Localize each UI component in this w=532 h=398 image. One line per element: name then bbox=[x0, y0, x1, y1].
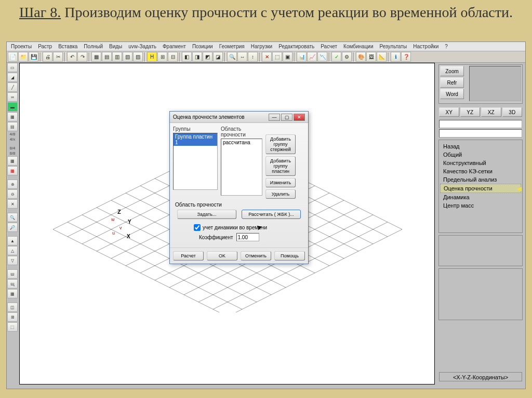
menu-item[interactable]: Проекты bbox=[9, 43, 34, 50]
list-item[interactable]: Группа пластин 1 bbox=[174, 133, 217, 146]
toolbar-icon[interactable]: 🖨 bbox=[43, 52, 52, 62]
menu-item[interactable]: Полный bbox=[82, 43, 105, 50]
edit-button[interactable]: Изменить bbox=[265, 178, 296, 187]
menu-item[interactable]: Нагрузки bbox=[249, 43, 274, 50]
toolbar-icon[interactable]: ✓ bbox=[331, 52, 341, 62]
toolbar-icon[interactable]: ▥ bbox=[112, 52, 122, 62]
tool-icon[interactable]: ╱ bbox=[7, 83, 18, 92]
menu-item[interactable]: Позиции bbox=[190, 43, 215, 50]
menu-item[interactable]: Комбинации bbox=[341, 43, 375, 50]
tool-icon[interactable]: Ш bbox=[7, 269, 18, 279]
zoom-button[interactable]: Zoom bbox=[440, 66, 464, 76]
maximize-icon[interactable]: ▢ bbox=[281, 114, 292, 121]
calculate-button[interactable]: Рассчитать ( ЖБК )... bbox=[242, 210, 301, 219]
groups-listbox[interactable]: Группа пластин 1 bbox=[173, 133, 218, 190]
toolbar-icon[interactable]: ↷ bbox=[77, 52, 87, 62]
toolbar-icon[interactable]: ▦ bbox=[91, 52, 101, 62]
coef-input[interactable] bbox=[236, 233, 259, 241]
input-field[interactable] bbox=[439, 120, 522, 128]
menu-item[interactable]: Настройки bbox=[411, 43, 441, 50]
menu-item-mass-center[interactable]: Центр масс bbox=[440, 201, 521, 210]
menu-item-general[interactable]: Общий bbox=[440, 150, 521, 159]
tool-icon[interactable]: 🔍 bbox=[7, 213, 18, 222]
tool-icon[interactable]: ◢ bbox=[7, 73, 18, 82]
tool-icon[interactable]: ▦ bbox=[7, 156, 18, 166]
tool-icon[interactable]: ◫ bbox=[7, 303, 18, 312]
tool-icon[interactable]: ═ bbox=[7, 92, 18, 102]
menu-item[interactable]: uvw-Задать bbox=[126, 43, 158, 50]
tool-icon[interactable]: ⊞ bbox=[7, 312, 18, 322]
menu-item[interactable]: Геометрия bbox=[217, 43, 247, 50]
toolbar-icon[interactable]: ↔ bbox=[237, 52, 247, 62]
toolbar-icon[interactable]: ◪ bbox=[213, 52, 223, 62]
add-rods-button[interactable]: Добавить группу стержней bbox=[265, 134, 296, 154]
minimize-icon[interactable]: — bbox=[269, 114, 280, 121]
add-plates-button[interactable]: Добавить группу пластин bbox=[265, 156, 296, 176]
view-yz-button[interactable]: YZ bbox=[460, 107, 481, 117]
cancel-button[interactable]: Отменить bbox=[241, 251, 271, 260]
toolbar-icon[interactable]: ↶ bbox=[67, 52, 77, 62]
view-xz-button[interactable]: XZ bbox=[481, 107, 501, 117]
menu-item[interactable]: Редактировать bbox=[276, 43, 316, 50]
input-field[interactable] bbox=[439, 129, 522, 138]
dialog-titlebar[interactable]: Оценка прочности элементов — ▢ ✕ bbox=[170, 112, 308, 123]
menu-item-mesh-quality[interactable]: Качество КЭ-сетки bbox=[440, 167, 521, 175]
toolbar-icon[interactable]: 💾 bbox=[29, 52, 38, 62]
toolbar-icon[interactable]: 🎨 bbox=[356, 52, 366, 62]
tool-icon[interactable]: ▭ bbox=[7, 63, 18, 72]
menu-item-back[interactable]: Назад bbox=[440, 142, 521, 150]
toolbar-icon[interactable]: ▨ bbox=[133, 52, 143, 62]
toolbar-icon[interactable]: Н bbox=[147, 52, 157, 62]
tool-icon[interactable]: ▦ bbox=[7, 166, 18, 175]
delete-button[interactable]: Удалить bbox=[265, 189, 296, 199]
tool-icon[interactable]: ▦ bbox=[7, 112, 18, 121]
menu-item-limit-analysis[interactable]: Предельный анализ bbox=[440, 175, 521, 184]
toolbar-icon[interactable]: ⬚ bbox=[272, 52, 282, 62]
toolbar-icon[interactable]: 📊 bbox=[297, 52, 307, 62]
toolbar-icon[interactable]: 📉 bbox=[317, 52, 327, 62]
tool-icon[interactable]: ▦ bbox=[7, 289, 18, 298]
menu-item[interactable]: Расчет bbox=[318, 43, 339, 50]
region-listbox[interactable]: рассчитана bbox=[221, 139, 262, 196]
toolbar-icon[interactable]: ✂ bbox=[53, 52, 63, 62]
tool-icon[interactable]: ▤ bbox=[7, 122, 18, 131]
toolbar-icon[interactable]: 📄 bbox=[8, 52, 18, 62]
toolbar-icon[interactable]: ◨ bbox=[192, 52, 202, 62]
menu-item[interactable]: ? bbox=[443, 43, 450, 50]
view-xy-button[interactable]: XY bbox=[439, 107, 459, 117]
tool-icon[interactable]: Щ bbox=[7, 279, 18, 289]
menu-item[interactable]: Вставка bbox=[56, 43, 79, 50]
tool-icon[interactable]: ▽ bbox=[7, 256, 18, 265]
help-button[interactable]: Помощь bbox=[274, 251, 305, 260]
toolbar-icon[interactable]: 🔍 bbox=[227, 52, 237, 62]
toolbar-icon[interactable]: 📁 bbox=[18, 52, 28, 62]
toolbar-icon[interactable]: ⚙ bbox=[342, 52, 352, 62]
tool-icon[interactable]: ⊖ bbox=[7, 189, 18, 199]
dynamics-checkbox[interactable] bbox=[194, 224, 201, 231]
menu-item-structural[interactable]: Конструктивный bbox=[440, 159, 521, 167]
set-button[interactable]: Задать... bbox=[177, 210, 236, 219]
tool-icon[interactable]: 🔎 bbox=[7, 223, 18, 232]
menu-item-dynamics[interactable]: Динамика bbox=[440, 193, 521, 201]
menu-item[interactable]: Фрагмент bbox=[161, 43, 188, 50]
toolbar-icon[interactable]: 📈 bbox=[307, 52, 317, 62]
toolbar-icon[interactable]: ▧ bbox=[123, 52, 132, 62]
toolbar-icon[interactable]: ⊞ bbox=[157, 52, 167, 62]
toolbar-icon[interactable]: ◧ bbox=[182, 52, 192, 62]
menu-item[interactable]: Результаты bbox=[378, 43, 409, 50]
tool-icon[interactable]: ✕ bbox=[7, 199, 18, 209]
toolbar-icon[interactable]: ↕ bbox=[248, 52, 258, 62]
tool-icon[interactable]: ▲ bbox=[7, 236, 18, 245]
tool-icon[interactable]: △ bbox=[7, 246, 18, 255]
toolbar-icon[interactable]: ❓ bbox=[401, 52, 411, 62]
toolbar-icon[interactable]: ▣ bbox=[283, 52, 292, 62]
toolbar-icon[interactable]: ◩ bbox=[203, 52, 212, 62]
toolbar-icon[interactable]: 🖼 bbox=[366, 52, 376, 62]
run-button[interactable]: Расчет bbox=[173, 251, 204, 260]
ok-button[interactable]: OK bbox=[207, 251, 237, 260]
view-3d-button[interactable]: 3D bbox=[502, 107, 523, 117]
toolbar-icon[interactable]: ⊟ bbox=[168, 52, 178, 62]
close-icon[interactable]: ✕ bbox=[294, 114, 305, 121]
toolbar-icon[interactable]: ▤ bbox=[102, 52, 112, 62]
menu-item-strength[interactable]: Оценка прочности bbox=[440, 184, 521, 193]
